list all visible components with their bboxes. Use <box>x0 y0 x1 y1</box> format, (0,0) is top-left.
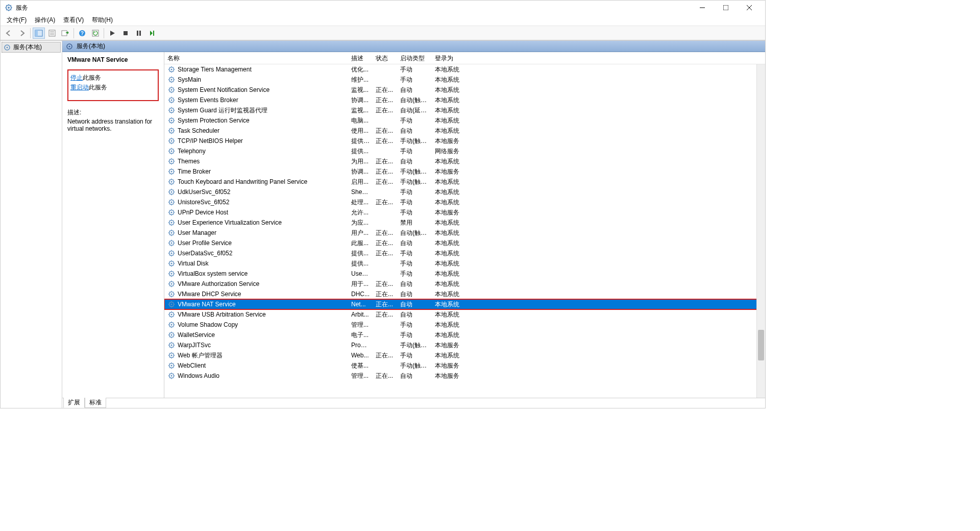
refresh-button[interactable] <box>89 28 102 39</box>
menu-view[interactable]: 查看(V) <box>59 15 88 26</box>
service-row[interactable]: VMware DHCP ServiceDHC...正在...自动本地系统 <box>164 289 765 299</box>
service-startup-cell: 手动 <box>397 259 432 269</box>
service-row[interactable]: Task Scheduler使用...正在...自动本地系统 <box>164 126 765 136</box>
service-row[interactable]: System Events Broker协调...正在...自动(触发...本地… <box>164 95 765 105</box>
column-status[interactable]: 状态 <box>373 52 397 64</box>
service-name-cell: Telephony <box>164 147 348 156</box>
service-row[interactable]: UdkUserSvc_6f052Shell...手动本地系统 <box>164 187 765 197</box>
service-name-cell: VMware USB Arbitration Service <box>164 310 348 319</box>
tab-extended[interactable]: 扩展 <box>63 398 85 408</box>
service-status-cell: 正在... <box>373 177 397 187</box>
service-desc-cell: Shell... <box>348 188 373 196</box>
service-row[interactable]: Time Broker协调...正在...手动(触发...本地服务 <box>164 166 765 177</box>
scrollbar-thumb[interactable] <box>758 330 764 360</box>
service-startup-cell: 自动(延迟... <box>397 106 432 115</box>
tree-root-label: 服务(本地) <box>13 43 42 52</box>
service-row[interactable]: VMware NAT ServiceNet...正在...自动本地系统 <box>164 299 765 309</box>
service-row[interactable]: WarpJITSvcProvi...手动(触发...本地服务 <box>164 340 765 350</box>
service-status-cell <box>373 222 397 223</box>
service-row[interactable]: User Manager用户...正在...自动(触发...本地系统 <box>164 228 765 238</box>
service-name-cell: VMware DHCP Service <box>164 289 348 299</box>
service-row[interactable]: TCP/IP NetBIOS Helper提供 ...正在...手动(触发...… <box>164 136 765 146</box>
column-description[interactable]: 描述 <box>348 52 373 64</box>
service-logon-cell: 本地系统 <box>432 75 473 85</box>
menu-file[interactable]: 文件(F) <box>3 15 31 26</box>
service-name-text: User Profile Service <box>178 239 232 247</box>
service-row[interactable]: Themes为用...正在...自动本地系统 <box>164 156 765 166</box>
service-row[interactable]: UPnP Device Host允许...手动本地服务 <box>164 207 765 218</box>
service-row[interactable]: VMware USB Arbitration ServiceArbit...正在… <box>164 309 765 320</box>
service-name-cell: WalletService <box>164 330 348 340</box>
service-startup-cell: 手动(触发... <box>397 167 432 177</box>
service-row[interactable]: WebClient使基...手动(触发...本地服务 <box>164 360 765 371</box>
properties-button[interactable] <box>46 28 58 39</box>
close-button[interactable] <box>738 1 761 15</box>
service-row[interactable]: UnistoreSvc_6f052处理...正在...手动本地系统 <box>164 197 765 207</box>
services-list-body[interactable]: Storage Tiers Management优化...手动本地系统SysMa… <box>164 64 765 398</box>
service-name-cell: System Event Notification Service <box>164 85 348 94</box>
svg-rect-7 <box>35 30 38 36</box>
service-row[interactable]: Windows Audio管理...正在...自动本地服务 <box>164 371 765 381</box>
stop-service-link[interactable]: 停止 <box>70 74 83 81</box>
svg-point-53 <box>171 212 173 213</box>
service-status-cell <box>373 69 397 70</box>
service-row[interactable]: System Guard 运行时监视器代理监视...正在...自动(延迟...本… <box>164 105 765 115</box>
stop-service-button[interactable] <box>119 28 132 39</box>
services-icon <box>3 43 11 52</box>
service-row[interactable]: VMware Authorization Service用于...正在...自动… <box>164 279 765 289</box>
minimize-button[interactable] <box>691 1 714 15</box>
export-list-button[interactable] <box>59 28 71 39</box>
svg-point-1 <box>8 7 10 9</box>
gear-icon <box>167 321 176 329</box>
service-row[interactable]: Volume Shadow Copy管理...手动本地系统 <box>164 320 765 330</box>
service-row[interactable]: System Event Notification Service监视...正在… <box>164 85 765 95</box>
tab-standard[interactable]: 标准 <box>85 398 106 408</box>
gear-icon <box>167 290 176 298</box>
service-desc-cell: 用于... <box>348 279 373 289</box>
column-logon-as[interactable]: 登录为 <box>432 52 473 64</box>
start-service-button[interactable] <box>106 28 118 39</box>
forward-button[interactable] <box>16 28 28 39</box>
pause-service-button[interactable] <box>133 28 145 39</box>
service-row[interactable]: User Profile Service此服...正在...自动本地系统 <box>164 238 765 248</box>
service-status-cell: 正在... <box>373 289 397 299</box>
service-row[interactable]: Storage Tiers Management优化...手动本地系统 <box>164 64 765 75</box>
column-startup-type[interactable]: 启动类型 <box>397 52 432 64</box>
description-text: Network address translation for virtual … <box>67 118 159 132</box>
service-logon-cell: 本地系统 <box>432 279 473 289</box>
service-row[interactable]: Virtual Disk提供...手动本地系统 <box>164 258 765 269</box>
menu-help[interactable]: 帮助(H) <box>88 15 117 26</box>
tree-root-services-local[interactable]: 服务(本地) <box>2 42 61 53</box>
service-row[interactable]: UserDataSvc_6f052提供...正在...手动本地系统 <box>164 248 765 258</box>
vertical-scrollbar[interactable] <box>756 64 765 398</box>
help-button[interactable]: ? <box>76 28 88 39</box>
service-row[interactable]: User Experience Virtualization Service为应… <box>164 218 765 228</box>
service-row[interactable]: Web 帐户管理器Web...正在...手动本地系统 <box>164 350 765 360</box>
svg-point-25 <box>171 69 173 70</box>
service-logon-cell: 本地系统 <box>432 320 473 330</box>
gear-icon <box>167 116 176 125</box>
gear-icon <box>167 259 176 268</box>
service-startup-cell: 手动 <box>397 147 432 156</box>
service-row[interactable]: WalletService电子...手动本地系统 <box>164 330 765 340</box>
service-startup-cell: 自动(触发... <box>397 228 432 238</box>
column-name[interactable]: 名称 <box>164 52 348 64</box>
maximize-button[interactable] <box>714 1 738 15</box>
restart-service-button[interactable] <box>146 28 158 39</box>
svg-rect-3 <box>723 5 728 10</box>
restart-service-link[interactable]: 重启动 <box>70 84 89 91</box>
show-hide-console-tree-button[interactable] <box>33 28 45 39</box>
service-row[interactable]: SysMain维护...手动本地系统 <box>164 75 765 85</box>
menu-action[interactable]: 操作(A) <box>31 15 59 26</box>
service-desc-cell: 协调... <box>348 167 373 177</box>
back-button[interactable] <box>3 28 15 39</box>
service-row[interactable]: System Protection Service电脑...手动本地系统 <box>164 115 765 126</box>
menubar: 文件(F) 操作(A) 查看(V) 帮助(H) <box>1 15 765 26</box>
service-status-cell: 正在... <box>373 249 397 258</box>
service-name-text: SysMain <box>178 76 201 83</box>
service-name-text: VMware NAT Service <box>178 301 236 308</box>
service-row[interactable]: VirtualBox system serviceUsed...手动本地系统 <box>164 269 765 279</box>
svg-text:?: ? <box>81 31 84 36</box>
service-row[interactable]: Touch Keyboard and Handwriting Panel Ser… <box>164 177 765 187</box>
service-row[interactable]: Telephony提供...手动网络服务 <box>164 146 765 156</box>
